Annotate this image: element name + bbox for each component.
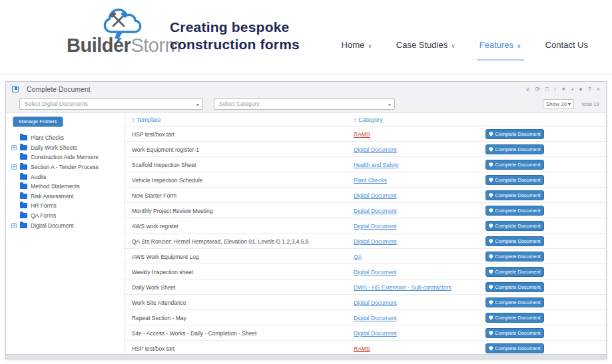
folder-icon: [20, 194, 27, 199]
sidebar-folder-method-statements[interactable]: Method Statements: [11, 182, 123, 192]
button-label: Complete Document: [495, 162, 540, 168]
category-link[interactable]: QA: [354, 254, 362, 260]
button-label: Complete Document: [495, 299, 540, 305]
shield-icon: [489, 285, 493, 289]
complete-document-button[interactable]: Complete Document: [485, 144, 544, 154]
table-row: Work Equipment register-1 Digital Docume…: [125, 142, 606, 157]
complete-document-button[interactable]: Complete Document: [485, 129, 544, 139]
sidebar-folder-audits[interactable]: Audits: [11, 172, 123, 182]
shield-icon: [489, 132, 493, 136]
show-page-size-select[interactable]: Show 20 ▾: [543, 99, 574, 109]
nav-item-case-studies[interactable]: Case Studies∨: [396, 40, 456, 50]
nav-item-home[interactable]: Home∨: [342, 40, 372, 50]
category-link[interactable]: Digital Document: [354, 315, 397, 321]
main-nav: Home∨ Case Studies∨ Features∨ Contact Us: [342, 40, 588, 50]
category-link[interactable]: Digital Document: [354, 238, 397, 245]
button-label: Complete Document: [495, 131, 540, 137]
chevron-down-icon[interactable]: ∨: [525, 87, 530, 92]
camera-icon[interactable]: ▪: [571, 87, 573, 92]
complete-document-button[interactable]: Complete Document: [485, 190, 544, 200]
category-link[interactable]: Digital Document: [354, 223, 397, 230]
key-icon[interactable]: ✦: [561, 87, 567, 92]
show-label: Show 20: [546, 101, 567, 107]
folder-icon: [20, 203, 27, 208]
folder-icon: [20, 164, 27, 170]
logo-wordmark: BuilderStorm: [67, 35, 180, 57]
lock-icon[interactable]: □: [545, 87, 549, 92]
category-link[interactable]: DWS - HS Extension - Sub-contractors: [354, 284, 451, 291]
sidebar-folder-qa-forms[interactable]: QA Forms: [11, 211, 123, 221]
button-label: Complete Document: [495, 330, 540, 336]
shield-icon: [489, 224, 493, 228]
sidebar-folder-digital-document[interactable]: + Digital Document: [11, 220, 123, 230]
sidebar-folder-hr-forms[interactable]: HR Forms: [11, 201, 123, 211]
close-icon[interactable]: ×: [597, 87, 600, 92]
complete-document-button[interactable]: Complete Document: [485, 175, 544, 185]
chevron-down-icon: ▾: [568, 101, 571, 107]
complete-document-button[interactable]: Complete Document: [485, 282, 544, 292]
complete-document-button[interactable]: Complete Document: [485, 160, 544, 170]
complete-document-button[interactable]: Complete Document: [485, 328, 544, 338]
sidebar-folder-plant-checks[interactable]: Plant Checks: [11, 133, 123, 143]
templates-table: ↕Template ↕Category HSP test/box tart RA…: [125, 113, 606, 354]
sidebar-folder-construction-aide-memoire[interactable]: Construction Aide Memoire: [11, 152, 123, 162]
category-link[interactable]: Digital Document: [354, 269, 397, 275]
manage-folders-button[interactable]: Manage Folders: [13, 116, 63, 127]
site-tagline: Creating bespoke construction forms: [170, 19, 300, 54]
shield-icon: [489, 346, 493, 351]
template-cell: Site - Access - Works - Daily - Completi…: [132, 330, 256, 337]
template-cell: Monthly Project Review Meeting: [132, 208, 212, 214]
category-link[interactable]: RAMS: [354, 131, 370, 138]
builderstorm-logo[interactable]: BuilderStorm: [67, 4, 186, 68]
table-header: ↕Template ↕Category: [125, 113, 606, 126]
button-label: Complete Document: [495, 254, 540, 260]
complete-document-button[interactable]: Complete Document: [485, 297, 544, 307]
complete-document-button[interactable]: Complete Document: [485, 343, 544, 353]
category-link[interactable]: Plant Checks: [354, 177, 387, 184]
expand-icon[interactable]: +: [11, 223, 17, 228]
nav-item-features[interactable]: Features∨: [479, 40, 521, 50]
folder-sidebar: Manage Folders Plant Checks + Daily Work…: [6, 113, 125, 354]
column-header-template[interactable]: ↕Template: [132, 116, 161, 123]
folder-label: HR Forms: [31, 202, 57, 209]
template-cell: Vehicle Inspection Schedule: [132, 177, 202, 184]
complete-document-button[interactable]: Complete Document: [485, 221, 544, 231]
category-link[interactable]: Digital Document: [354, 192, 397, 199]
category-link[interactable]: Digital Document: [354, 299, 397, 306]
expand-icon[interactable]: +: [11, 164, 17, 170]
chevron-down-icon: ∨: [517, 43, 521, 49]
table-row: AWS work register Digital Document Compl…: [125, 218, 606, 234]
category-link[interactable]: RAMS: [354, 345, 370, 352]
complete-document-button[interactable]: Complete Document: [485, 236, 544, 246]
info-icon[interactable]: i: [555, 87, 556, 92]
column-header-category[interactable]: ↕Category: [354, 116, 383, 123]
category-link[interactable]: Digital Document: [354, 208, 397, 214]
complete-document-button[interactable]: Complete Document: [485, 267, 544, 277]
print-icon[interactable]: ●: [579, 87, 582, 92]
sidebar-folder-daily-work-sheets[interactable]: + Daily Work Sheets: [11, 143, 123, 153]
folder-label: Digital Document: [31, 222, 74, 229]
column-label: Template: [137, 116, 161, 123]
nav-label: Home: [342, 40, 365, 50]
category-link[interactable]: Digital Document: [354, 330, 397, 337]
table-row: Repeat Section - May Digital Document Co…: [125, 310, 606, 325]
category-link[interactable]: Digital Document: [354, 146, 397, 153]
select-category[interactable]: Select Category ▾: [214, 98, 395, 110]
folder-label: Section A - Tender Process: [31, 164, 99, 170]
sidebar-folder-section-a-tender-process[interactable]: + Section A - Tender Process: [11, 162, 123, 172]
sort-icon: ↕: [354, 117, 356, 123]
category-link[interactable]: Health and Safety: [354, 162, 399, 168]
complete-document-button[interactable]: Complete Document: [485, 252, 544, 262]
folder-icon: [20, 135, 27, 140]
refresh-icon[interactable]: ⟳: [535, 87, 541, 92]
nav-label: Case Studies: [396, 40, 448, 50]
sidebar-folder-risk-assessment[interactable]: Risk Assessment: [11, 192, 123, 202]
help-icon[interactable]: ?: [588, 87, 591, 92]
panel-scrollbar[interactable]: [6, 354, 606, 359]
complete-document-button[interactable]: Complete Document: [485, 206, 544, 216]
nav-item-contact-us[interactable]: Contact Us: [545, 40, 588, 50]
shield-icon: [489, 254, 493, 259]
expand-icon[interactable]: +: [11, 145, 17, 150]
select-digital-documents[interactable]: Select Digital Documents ▾: [19, 98, 203, 110]
complete-document-button[interactable]: Complete Document: [485, 313, 544, 323]
